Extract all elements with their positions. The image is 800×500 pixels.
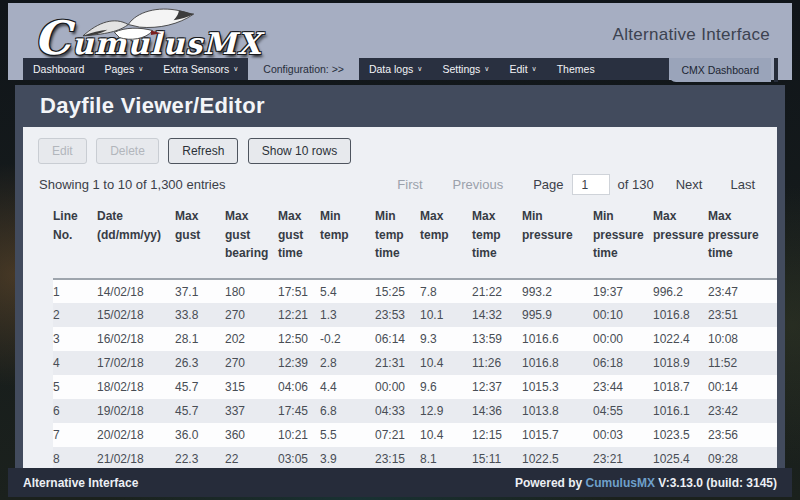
nav-item-label: Dashboard (33, 63, 84, 75)
table-cell: 18/02/18 (97, 375, 175, 399)
cmx-dashboard-button[interactable]: CMX Dashboard (669, 58, 771, 82)
refresh-button[interactable]: Refresh (168, 138, 238, 164)
nav-item-dashboard[interactable]: Dashboard (23, 58, 94, 80)
table-cell: 23:53 (375, 303, 420, 327)
table-cell: 6 (53, 399, 97, 423)
cumulusmx-link[interactable]: CumulusMX (586, 476, 655, 490)
column-header-max-gust-bearing[interactable]: Max gust bearing (225, 203, 278, 279)
table-cell: 06:18 (593, 351, 653, 375)
page-number-input[interactable] (572, 174, 610, 195)
table-cell: 10:21 (278, 423, 320, 447)
table-cell: 23:51 (708, 303, 777, 327)
powered-suffix: V:3.13.0 (build: 3145) (655, 476, 777, 490)
table-cell: 7 (53, 423, 97, 447)
table-cell: 04:55 (593, 399, 653, 423)
dayfile-panel: Dayfile Viewer/Editor Edit Delete Refres… (15, 85, 785, 496)
nav-item-data-logs[interactable]: Data logs∨ (359, 58, 432, 80)
dayfile-table: Line No.Date (dd/mm/yy)Max gustMax gust … (53, 203, 777, 471)
pagination-previous[interactable]: Previous (453, 177, 504, 192)
nav-bar: DashboardPages∨Extra Sensors∨ Configurat… (8, 58, 792, 80)
column-header-max-pressure-time[interactable]: Max pressure time (708, 203, 777, 279)
table-row[interactable]: 518/02/1845.731504:064.400:009.612:37101… (53, 375, 777, 399)
pagination: First Previous Page of 130 Next Last (397, 174, 755, 195)
table-cell: 33.8 (175, 303, 225, 327)
nav-item-extra-sensors[interactable]: Extra Sensors∨ (153, 58, 248, 80)
table-cell: 6.8 (320, 399, 375, 423)
alternative-interface-label: Alternative Interface (613, 25, 771, 45)
delete-button[interactable]: Delete (96, 138, 159, 164)
footer-bar: Alternative Interface Powered by Cumulus… (8, 468, 792, 497)
edit-button[interactable]: Edit (38, 138, 87, 164)
nav-item-settings[interactable]: Settings∨ (432, 58, 499, 80)
table-cell: 11:26 (472, 351, 522, 375)
column-header-max-gust-time[interactable]: Max gust time (278, 203, 320, 279)
table-cell: 07:21 (375, 423, 420, 447)
table-cell: 4 (53, 351, 97, 375)
table-cell: 23:44 (593, 375, 653, 399)
table-cell: 20/02/18 (97, 423, 175, 447)
table-cell: 315 (225, 375, 278, 399)
table-cell: 3 (53, 327, 97, 351)
pagination-next[interactable]: Next (676, 177, 703, 192)
table-cell: 12.9 (420, 399, 472, 423)
table-cell: 1016.8 (653, 303, 708, 327)
table-cell: 14:36 (472, 399, 522, 423)
table-cell: 4.4 (320, 375, 375, 399)
table-cell: -0.2 (320, 327, 375, 351)
nav-spacer (8, 58, 23, 80)
table-cell: 12:50 (278, 327, 320, 351)
table-cell: 00:00 (593, 327, 653, 351)
table-cell: 36.0 (175, 423, 225, 447)
table-row[interactable]: 316/02/1828.120212:50-0.206:149.313:5910… (53, 327, 777, 351)
table-cell: 23:56 (708, 423, 777, 447)
table-row[interactable]: 619/02/1845.733717:456.804:3312.914:3610… (53, 399, 777, 423)
table-cell: 2 (53, 303, 97, 327)
column-header-max-temp[interactable]: Max temp (420, 203, 472, 279)
table-cell: 45.7 (175, 375, 225, 399)
show-rows-button[interactable]: Show 10 rows (248, 138, 351, 164)
table-row[interactable]: 720/02/1836.036010:215.507:2110.412:1510… (53, 423, 777, 447)
column-header-max-temp-time[interactable]: Max temp time (472, 203, 522, 279)
nav-item-edit[interactable]: Edit∨ (499, 58, 546, 80)
column-header-min-temp[interactable]: Min temp (320, 203, 375, 279)
table-cell: 5.5 (320, 423, 375, 447)
logo-link[interactable]: CumulusMX (34, 20, 262, 62)
nav-item-label: Data logs (369, 63, 413, 75)
table-cell: 00:00 (375, 375, 420, 399)
table-cell: 9.3 (420, 327, 472, 351)
table-cell: 1 (53, 279, 97, 303)
column-header-min-temp-time[interactable]: Min temp time (375, 203, 420, 279)
table-cell: 16/02/18 (97, 327, 175, 351)
table-cell: 1018.9 (653, 351, 708, 375)
table-cell: 1015.7 (522, 423, 593, 447)
table-cell: 1016.1 (653, 399, 708, 423)
page-count-label: of 130 (618, 177, 654, 192)
nav-item-pages[interactable]: Pages∨ (94, 58, 153, 80)
column-header-date-dd-mm-yy[interactable]: Date (dd/mm/yy) (97, 203, 175, 279)
table-row[interactable]: 417/02/1826.327012:392.821:3110.411:2610… (53, 351, 777, 375)
pagination-last[interactable]: Last (730, 177, 755, 192)
table-cell: 23:47 (708, 279, 777, 303)
table-cell: 21:22 (472, 279, 522, 303)
column-header-max-gust[interactable]: Max gust (175, 203, 225, 279)
table-cell: 180 (225, 279, 278, 303)
nav-item-themes[interactable]: Themes (547, 58, 605, 80)
table-row[interactable]: 114/02/1837.118017:515.415:257.821:22993… (53, 279, 777, 303)
table-cell: 28.1 (175, 327, 225, 351)
column-header-max-pressure[interactable]: Max pressure (653, 203, 708, 279)
column-header-line-no[interactable]: Line No. (53, 203, 97, 279)
pagination-first[interactable]: First (397, 177, 422, 192)
table-cell: 1023.5 (653, 423, 708, 447)
table-row[interactable]: 215/02/1833.827012:211.323:5310.114:3299… (53, 303, 777, 327)
table-cell: 202 (225, 327, 278, 351)
chevron-down-icon: ∨ (233, 65, 238, 73)
chevron-down-icon: ∨ (138, 65, 143, 73)
panel-body: Edit Delete Refresh Show 10 rows Showing… (23, 127, 777, 496)
column-header-min-pressure-time[interactable]: Min pressure time (593, 203, 653, 279)
table-cell: 17:51 (278, 279, 320, 303)
table-cell: 1022.4 (653, 327, 708, 351)
nav-item-label: Settings (442, 63, 480, 75)
table-cell: 10.4 (420, 351, 472, 375)
column-header-min-pressure[interactable]: Min pressure (522, 203, 593, 279)
table-cell: 14:32 (472, 303, 522, 327)
